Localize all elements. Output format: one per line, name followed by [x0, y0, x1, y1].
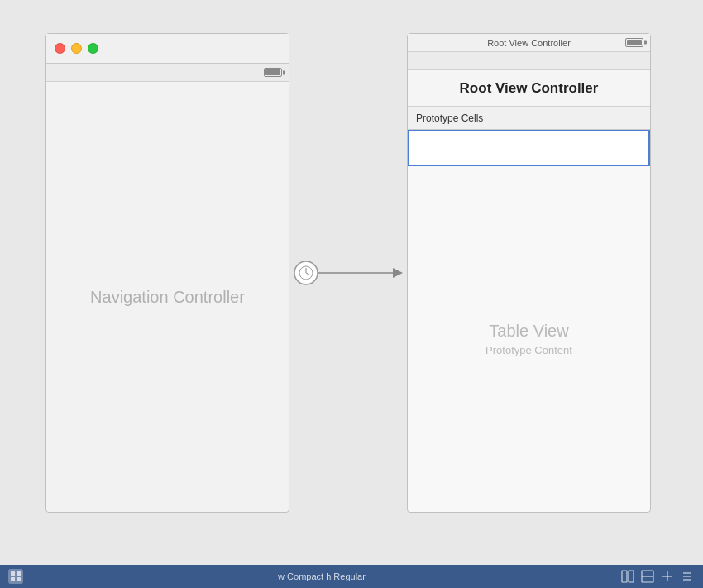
nav-controller-statusbar [46, 64, 289, 82]
canvas: Navigation Controller Root View Controll… [0, 0, 703, 565]
status-bar-right [620, 569, 695, 584]
prototype-cells-bar: Prototype Cells [408, 107, 650, 130]
svg-point-0 [294, 261, 318, 284]
nav-controller-label: Navigation Controller [90, 288, 245, 307]
close-button-icon[interactable] [55, 43, 65, 54]
battery-icon-root [625, 38, 643, 47]
svg-rect-10 [622, 571, 627, 582]
prototype-cells-label: Prototype Cells [416, 112, 483, 124]
svg-rect-6 [11, 571, 15, 576]
root-controller-outer-bar: Root View Controller [408, 34, 650, 52]
svg-rect-7 [17, 571, 21, 576]
svg-marker-5 [393, 268, 403, 278]
status-bar-size-class: w Compact h Regular [278, 571, 366, 581]
svg-rect-11 [629, 571, 634, 582]
svg-rect-9 [17, 577, 21, 581]
grid-icon[interactable] [8, 569, 23, 584]
zoom-icon[interactable] [660, 569, 675, 584]
minimize-button-icon[interactable] [71, 43, 82, 54]
segue-arrow [285, 33, 414, 513]
status-bar-left [8, 569, 23, 584]
layout-icon-1[interactable] [620, 569, 635, 584]
table-view-sublabel: Prototype Content [485, 344, 572, 356]
root-controller-frame[interactable]: Root View Controller Root View Controlle… [407, 33, 651, 513]
table-view-body: Table View Prototype Content [408, 166, 650, 512]
root-controller-outer-title: Root View Controller [487, 38, 571, 48]
maximize-button-icon[interactable] [88, 43, 98, 54]
svg-line-3 [306, 273, 309, 275]
root-controller-navbar-title: Root View Controller [460, 80, 599, 97]
battery-icon [264, 68, 282, 77]
root-controller-statusbar [408, 52, 650, 70]
inspector-icon[interactable] [680, 569, 695, 584]
svg-rect-8 [11, 577, 15, 581]
nav-controller-frame[interactable]: Navigation Controller [45, 33, 289, 513]
prototype-cell-row[interactable] [408, 130, 650, 166]
status-bar: w Compact h Regular [0, 565, 703, 588]
root-controller-navbar: Root View Controller [408, 70, 650, 107]
svg-point-1 [299, 266, 313, 280]
nav-controller-body: Navigation Controller [46, 82, 289, 512]
table-view-label: Table View [489, 322, 568, 341]
layout-icon-2[interactable] [640, 569, 655, 584]
nav-controller-titlebar [46, 34, 289, 64]
